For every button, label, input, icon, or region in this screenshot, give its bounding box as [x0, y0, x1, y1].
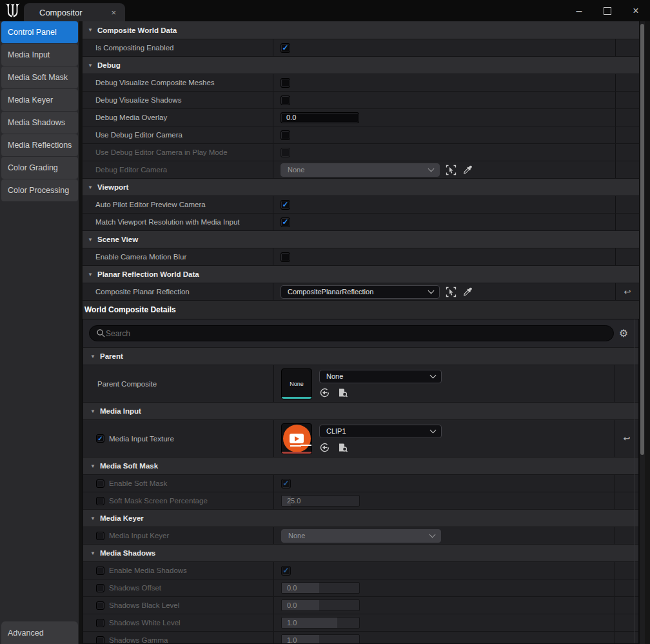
- media-input-texture-edit-checkbox[interactable]: ✓: [96, 434, 104, 443]
- use-selected-asset-icon[interactable]: [319, 387, 330, 398]
- collapse-triangle-icon[interactable]: ▼: [90, 550, 96, 556]
- property-row: Debug Media Overlay 0.0: [83, 108, 639, 126]
- debug-media-overlay-input[interactable]: 0.0: [281, 112, 359, 123]
- property-row: Debug Editor Camera None: [83, 161, 639, 178]
- browse-to-asset-icon[interactable]: [337, 387, 348, 398]
- tab-close-icon[interactable]: ×: [111, 8, 116, 17]
- search-bar[interactable]: [89, 325, 614, 341]
- category-media-keyer[interactable]: ▼ Media Keyer: [83, 509, 638, 527]
- use-debug-editor-camera-checkbox[interactable]: [281, 130, 290, 140]
- collapse-triangle-icon[interactable]: ▼: [90, 408, 96, 414]
- sidebar: Control Panel Media Input Media Soft Mas…: [0, 21, 79, 644]
- unreal-logo-icon: [4, 2, 21, 19]
- property-row: Use Debug Editor Camera in Play Mode: [83, 143, 639, 161]
- category-parent[interactable]: ▼ Parent: [83, 347, 638, 365]
- window-minimize-button[interactable]: –: [574, 5, 584, 17]
- collapse-triangle-icon[interactable]: ▼: [90, 463, 96, 469]
- category-viewport[interactable]: ▼ Viewport: [83, 178, 639, 196]
- enable-camera-motion-blur-checkbox[interactable]: [281, 252, 290, 262]
- category-scene-view[interactable]: ▼ Scene View: [83, 230, 639, 248]
- is-compositing-enabled-checkbox[interactable]: ✓: [281, 43, 290, 53]
- tab-title: Compositor: [39, 8, 82, 17]
- media-input-texture-thumbnail[interactable]: [281, 423, 312, 454]
- parent-composite-dropdown[interactable]: None: [319, 370, 442, 383]
- debug-visualize-shadows-checkbox[interactable]: [281, 96, 290, 105]
- sidebar-item-media-reflections[interactable]: Media Reflections: [1, 134, 78, 156]
- property-row: Soft Mask Screen Percentage 25.0: [83, 492, 638, 509]
- auto-pilot-editor-preview-camera-checkbox[interactable]: ✓: [281, 200, 290, 210]
- property-row: Enable Camera Motion Blur: [83, 248, 639, 265]
- sidebar-item-media-keyer[interactable]: Media Keyer: [1, 89, 78, 111]
- collapse-triangle-icon[interactable]: ▼: [87, 237, 94, 243]
- category-media-soft-mask[interactable]: ▼ Media Soft Mask: [83, 457, 638, 474]
- eyedropper-icon[interactable]: [462, 165, 473, 176]
- enable-soft-mask-edit-checkbox[interactable]: [96, 479, 104, 488]
- debug-visualize-composite-meshes-checkbox[interactable]: [281, 78, 290, 88]
- sidebar-item-media-input[interactable]: Media Input: [1, 44, 78, 66]
- collapse-triangle-icon[interactable]: ▼: [90, 516, 96, 521]
- asset-type-underline: [282, 452, 311, 454]
- shadows-offset-edit-checkbox[interactable]: [96, 584, 104, 592]
- browse-to-asset-icon[interactable]: [337, 442, 348, 453]
- category-media-input[interactable]: ▼ Media Input: [83, 402, 638, 419]
- reset-to-default-icon[interactable]: ↩: [624, 434, 631, 443]
- property-row: Use Debug Editor Camera: [83, 126, 639, 143]
- collapse-triangle-icon[interactable]: ▼: [87, 272, 94, 277]
- property-row: Media Input Keyer None: [83, 527, 638, 544]
- window-maximize-button[interactable]: [604, 7, 611, 15]
- compositor-window: Compositor × – × Control Panel Media Inp…: [0, 0, 650, 644]
- collapse-triangle-icon[interactable]: ▼: [87, 63, 94, 68]
- scrollbar-thumb[interactable]: [640, 24, 644, 455]
- pick-actor-icon[interactable]: [446, 287, 457, 297]
- property-row: Shadows White Level 1.0: [83, 614, 638, 631]
- chevron-down-icon: [430, 372, 437, 379]
- sidebar-item-advanced[interactable]: Advanced: [1, 621, 78, 644]
- tab-compositor[interactable]: Compositor ×: [24, 3, 125, 21]
- property-row: Match Viewport Resolution with Media Inp…: [83, 213, 639, 230]
- scrollbar-track[interactable]: [639, 21, 645, 644]
- media-input-keyer-edit-checkbox[interactable]: [96, 532, 104, 540]
- sidebar-item-control-panel[interactable]: Control Panel: [1, 21, 78, 43]
- collapse-triangle-icon[interactable]: ▼: [87, 185, 94, 190]
- control-panel-details: ▼ Composite World Data Is Compositing En…: [83, 21, 639, 644]
- chevron-down-icon: [429, 532, 436, 538]
- sidebar-item-color-grading[interactable]: Color Grading: [1, 157, 78, 179]
- shadows-black-level-input: 0.0: [281, 599, 360, 611]
- parent-composite-thumbnail[interactable]: None: [281, 368, 312, 399]
- debug-editor-camera-dropdown: None: [281, 163, 440, 177]
- sidebar-spacer: [0, 202, 79, 621]
- property-row: Enable Media Shadows ✓: [83, 561, 638, 579]
- shadows-offset-input: 0.0: [281, 582, 360, 594]
- window-close-button[interactable]: ×: [631, 5, 641, 17]
- match-viewport-resolution-checkbox[interactable]: ✓: [281, 217, 290, 227]
- search-input[interactable]: [106, 329, 607, 338]
- shadows-white-level-edit-checkbox[interactable]: [96, 619, 104, 627]
- sidebar-item-media-shadows[interactable]: Media Shadows: [1, 112, 78, 134]
- collapse-triangle-icon[interactable]: ▼: [87, 27, 94, 33]
- shadows-black-level-edit-checkbox[interactable]: [96, 601, 104, 610]
- window-edge: [645, 21, 650, 644]
- collapse-triangle-icon[interactable]: ▼: [90, 354, 96, 359]
- shadows-white-level-input: 1.0: [281, 617, 360, 629]
- enable-soft-mask-checkbox: ✓: [281, 479, 291, 488]
- category-debug[interactable]: ▼ Debug: [83, 56, 639, 74]
- sidebar-item-media-soft-mask[interactable]: Media Soft Mask: [1, 66, 78, 88]
- composite-planar-reflection-dropdown[interactable]: CompositePlanarReflection: [281, 285, 440, 299]
- category-media-shadows[interactable]: ▼ Media Shadows: [83, 544, 638, 561]
- shadows-gamma-edit-checkbox[interactable]: [96, 636, 104, 644]
- title-bar: Compositor × – ×: [0, 0, 650, 21]
- gear-icon[interactable]: ⚙: [615, 327, 632, 339]
- pick-actor-icon[interactable]: [446, 165, 457, 176]
- category-planar-reflection-world-data[interactable]: ▼ Planar Reflection World Data: [83, 265, 639, 283]
- reset-to-default-icon[interactable]: ↩: [624, 287, 631, 297]
- use-selected-asset-icon[interactable]: [319, 442, 330, 453]
- media-texture-icon: [283, 425, 311, 452]
- enable-media-shadows-edit-checkbox[interactable]: [96, 567, 104, 575]
- media-input-texture-dropdown[interactable]: CLIP1: [319, 425, 442, 438]
- category-composite-world-data[interactable]: ▼ Composite World Data: [83, 21, 639, 39]
- property-row: Is Compositing Enabled ✓: [83, 39, 639, 56]
- shadows-gamma-input: 1.0: [281, 634, 360, 644]
- soft-mask-percentage-edit-checkbox[interactable]: [96, 497, 104, 505]
- eyedropper-icon[interactable]: [462, 287, 473, 297]
- sidebar-item-color-processing[interactable]: Color Processing: [1, 179, 78, 201]
